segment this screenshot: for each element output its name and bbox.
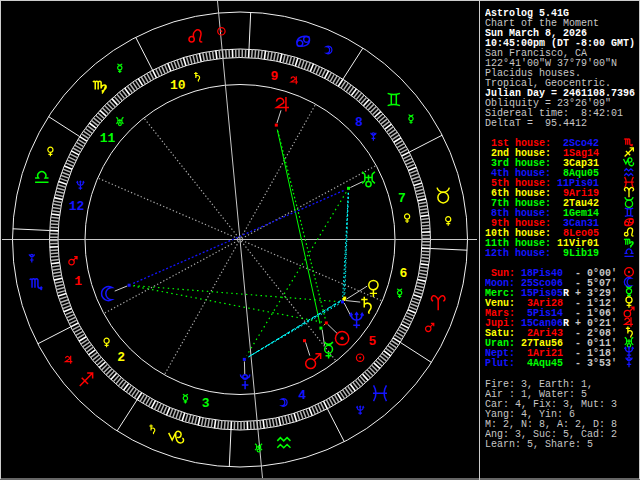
svg-text:5: 5 — [368, 334, 376, 349]
svg-text:2: 2 — [117, 350, 125, 365]
svg-text:7: 7 — [398, 191, 406, 206]
svg-text:6: 6 — [400, 266, 408, 281]
svg-text:8: 8 — [355, 115, 363, 130]
svg-text:1: 1 — [74, 274, 82, 289]
svg-text:4: 4 — [298, 388, 306, 403]
svg-text:9: 9 — [270, 69, 278, 84]
svg-text:3: 3 — [202, 396, 210, 411]
svg-text:12: 12 — [69, 199, 85, 214]
svg-text:11: 11 — [100, 131, 116, 146]
svg-text:10: 10 — [170, 78, 186, 93]
